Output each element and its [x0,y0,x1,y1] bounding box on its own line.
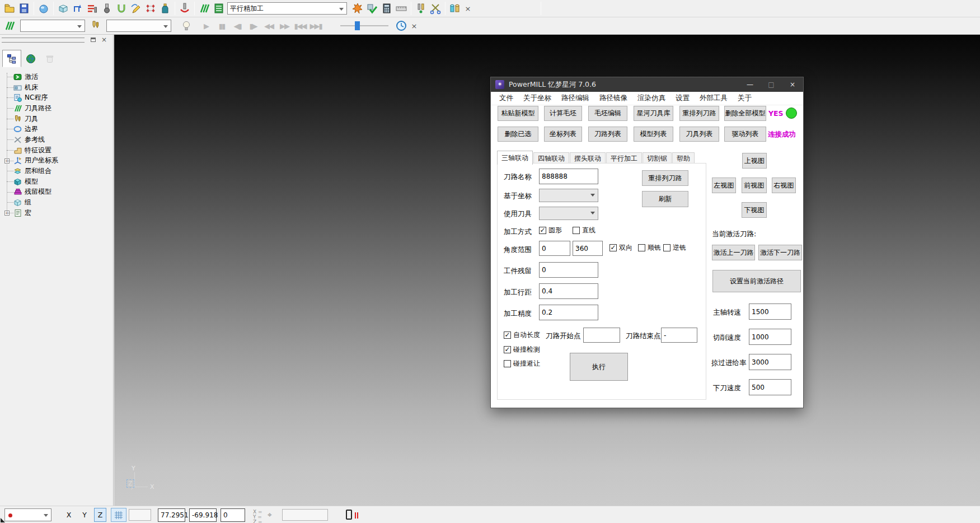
rewind-icon[interactable]: ◀◀ [261,19,276,32]
panel-grip[interactable] [2,38,85,43]
tolerance-input[interactable] [539,305,598,320]
toolbar-close-icon[interactable]: × [462,3,473,14]
tab-explorer-globe[interactable] [21,50,40,67]
tree-item-models[interactable]: 模型 [3,176,113,187]
view-top-button[interactable]: 上视图 [742,153,767,169]
tool-list-button[interactable]: 刀具列表 [679,127,719,142]
collision-check-icon[interactable] [448,1,462,16]
status-field-empty[interactable] [129,509,151,521]
stepover-input[interactable] [539,283,598,299]
rearrange-toolpaths-button[interactable]: 重排列刀路 [679,106,719,121]
tool-pair-icon[interactable] [414,1,428,16]
menu-settings[interactable]: 设置 [670,94,695,103]
strategy-list-icon[interactable] [212,1,226,16]
tree-item-activate[interactable]: 激活 [3,72,113,82]
tree-item-patterns[interactable]: 参考线 [3,134,113,145]
ruler-icon[interactable] [394,1,409,16]
coord-combobox[interactable] [539,189,598,202]
axis-x-button[interactable]: X [63,508,75,522]
sim-speed-slider[interactable] [340,19,388,32]
step-forward-icon[interactable]: ▮▶ [245,19,261,32]
panel-float-icon[interactable] [88,36,97,44]
menu-coords[interactable]: 关于坐标 [518,94,556,103]
view-front-button[interactable]: 前视图 [742,178,767,193]
xyz-list-icon[interactable]: X =Y =Z = [253,510,262,523]
menu-path-mirror[interactable]: 路径镜像 [594,94,632,103]
collision-avoid-checkbox[interactable]: 碰撞避让 [504,359,540,368]
refresh-button[interactable]: 刷新 [642,191,688,207]
climb-checkbox[interactable]: 顺铣 [638,243,661,253]
minimize-button[interactable]: — [739,77,761,92]
pause-icon[interactable]: ▮▮ [214,19,229,32]
stock-input[interactable] [539,262,598,278]
sim-tool-icon[interactable] [88,18,103,33]
play-icon[interactable]: ▶ [198,19,214,32]
axis-y-button[interactable]: Y [78,508,91,522]
fast-forward-icon[interactable]: ▶▶ [276,19,292,32]
tool-combobox[interactable] [539,207,598,220]
z-levels-icon[interactable] [85,1,100,16]
view-left-button[interactable]: 左视图 [712,178,736,193]
conventional-checkbox[interactable]: 逆铣 [663,243,686,253]
view-right-button[interactable]: 右视图 [772,178,796,193]
execute-button[interactable]: 执行 [570,353,628,381]
dialog-titlebar[interactable]: ✶ PowerMILL 忆梦星河 7.0.6 — □ × [491,77,803,92]
delete-selected-button[interactable]: 删除已选 [498,127,538,142]
auto-length-checkbox[interactable]: ✓自动长度 [504,330,540,340]
tree-item-stock-models[interactable]: 残留模型 [3,187,113,198]
slider-handle[interactable] [355,21,360,30]
edit-stock-button[interactable]: 毛坯编辑 [588,106,627,121]
save-project-icon[interactable] [17,1,31,16]
grid-snap-icon[interactable] [111,508,126,522]
activate-next-toolpath-button[interactable]: 激活下一刀路 [758,245,802,260]
calc-stock-button[interactable]: 计算毛坯 [544,106,582,121]
start-point-input[interactable] [583,328,620,343]
skim-feed-input[interactable] [749,354,791,370]
plunge-feed-input[interactable] [749,379,791,395]
menu-about[interactable]: 关于 [733,94,757,103]
toolpath-list-button[interactable]: 刀路列表 [588,127,627,142]
sim-tool-combobox[interactable] [106,20,171,32]
paste-model-button[interactable]: 粘贴新模型 [498,106,538,121]
strategy-combobox[interactable]: 平行精加工 [227,2,347,15]
tree-item-feature-sets[interactable]: 特征设置 [3,145,113,156]
tree-item-toolpaths[interactable]: 刀具路径 [3,103,113,114]
clock-icon[interactable] [394,18,409,33]
status-field-long[interactable] [282,509,328,521]
scissors-icon[interactable] [428,1,443,16]
activate-prev-toolpath-button[interactable]: 激活上一刀路 [712,245,755,260]
drill-cycle-icon[interactable] [177,1,192,16]
go-start-icon[interactable]: ▮◀◀ [292,19,308,32]
tree-item-boundaries[interactable]: 边界 [3,124,113,134]
menu-file[interactable]: 文件 [494,94,518,103]
tree-item-macros[interactable]: +宏 [3,208,113,218]
spindle-speed-input[interactable] [749,303,791,320]
toolpath-icon[interactable] [197,1,212,16]
model-list-button[interactable]: 模型列表 [634,127,673,142]
boundary-icon[interactable] [114,1,129,16]
drive-list-button[interactable]: 驱动列表 [724,127,766,142]
step-back-icon[interactable]: ◀▮ [229,19,245,32]
tool-check-icon[interactable] [365,1,379,16]
tree-item-nc-program[interactable]: NC程序 [3,92,113,103]
calculator-icon[interactable] [379,1,394,16]
menu-path-edit[interactable]: 路径编辑 [556,94,594,103]
tree-item-levels-sets[interactable]: 层和组合 [3,166,113,176]
sim-toolbar-close-icon[interactable]: × [409,20,420,31]
end-point-input[interactable] [661,328,697,343]
sim-toolpath-combobox[interactable] [20,20,85,32]
block-icon[interactable] [56,1,71,16]
rearrange-button[interactable]: 重排列刀路 [642,170,688,186]
pattern-points-icon[interactable] [143,1,158,16]
open-project-icon[interactable] [2,1,17,16]
ball-tool-icon[interactable] [100,1,114,16]
lightbulb-icon[interactable] [179,18,194,33]
tool-library-button[interactable]: 星河刀具库 [634,106,673,121]
bidirectional-checkbox[interactable]: ✓双向 [609,243,632,253]
circular-checkbox[interactable]: ✓圆形 [539,226,562,235]
menu-external-tools[interactable]: 外部工具 [695,94,733,103]
calculate-block-icon[interactable] [36,1,51,16]
view-bottom-button[interactable]: 下视图 [742,202,767,218]
delete-all-models-button[interactable]: 删除全部模型 [724,106,766,121]
coord-list-button[interactable]: 坐标列表 [544,127,582,142]
